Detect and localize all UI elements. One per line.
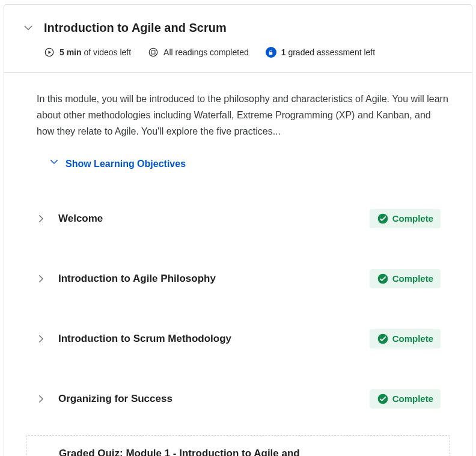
lock-icon [266, 47, 276, 58]
status-badge: Complete [370, 329, 441, 348]
check-circle-icon [377, 213, 389, 225]
stat-assessments: 1 graded assessment left [266, 47, 375, 58]
chevron-right-icon [35, 333, 46, 344]
section-row-welcome[interactable]: Welcome Complete [26, 189, 450, 249]
stat-videos: 5 min of videos left [44, 47, 131, 58]
check-circle-icon [377, 393, 389, 405]
stat-assessments-text: 1 graded assessment left [281, 47, 375, 57]
section-row-scrum-methodology[interactable]: Introduction to Scrum Methodology Comple… [26, 309, 450, 369]
graded-quiz-row[interactable]: Graded Quiz: Module 1 - Introduction to … [26, 435, 450, 456]
play-circle-icon [44, 47, 55, 58]
section-list: Welcome Complete Introduction to Agile P… [4, 183, 472, 435]
chevron-down-icon [49, 156, 60, 172]
module-header: Introduction to Agile and Scrum 5 min of… [4, 5, 472, 73]
check-circle-icon [377, 333, 389, 345]
module-description-text: In this module, you will be introduced t… [37, 91, 450, 140]
section-title: Introduction to Scrum Methodology [58, 333, 358, 345]
status-label: Complete [392, 333, 433, 344]
quiz-title: Graded Quiz: Module 1 - Introduction to … [59, 448, 334, 456]
status-label: Complete [392, 394, 433, 404]
module-title-row[interactable]: Introduction to Agile and Scrum [21, 20, 455, 35]
svg-point-1 [149, 48, 157, 56]
status-badge: Complete [370, 209, 441, 228]
section-title: Welcome [58, 213, 358, 225]
module-card: Introduction to Agile and Scrum 5 min of… [4, 4, 472, 456]
status-label: Complete [392, 213, 433, 223]
status-label: Complete [392, 273, 433, 284]
show-learning-objectives[interactable]: Show Learning Objectives [37, 156, 450, 172]
stat-readings: All readings completed [148, 47, 249, 58]
chevron-right-icon [35, 213, 46, 224]
status-badge: Complete [370, 269, 441, 288]
chevron-right-icon [35, 394, 46, 404]
stat-readings-text: All readings completed [163, 47, 249, 57]
show-learning-objectives-label: Show Learning Objectives [66, 156, 186, 172]
module-description: In this module, you will be introduced t… [4, 73, 472, 183]
chevron-right-icon [35, 273, 46, 284]
section-title: Organizing for Success [58, 393, 358, 405]
module-title: Introduction to Agile and Scrum [44, 21, 227, 35]
readings-icon [148, 47, 159, 58]
check-circle-icon [377, 273, 389, 285]
chevron-down-icon [21, 20, 35, 35]
section-row-organizing-success[interactable]: Organizing for Success Complete [26, 369, 450, 429]
section-title: Introduction to Agile Philosophy [58, 273, 358, 285]
svg-rect-2 [151, 50, 155, 54]
stat-videos-text: 5 min of videos left [60, 47, 131, 57]
module-stats: 5 min of videos left All readings comple… [21, 47, 455, 58]
svg-rect-3 [269, 52, 273, 55]
section-row-agile-philosophy[interactable]: Introduction to Agile Philosophy Complet… [26, 249, 450, 309]
status-badge: Complete [370, 389, 441, 409]
